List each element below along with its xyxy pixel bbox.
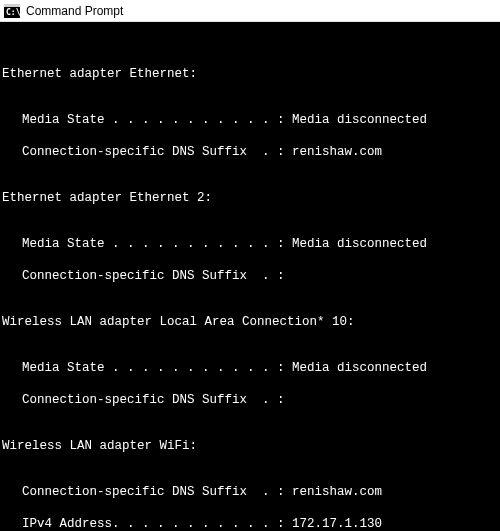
- adapter-header: Wireless LAN adapter Local Area Connecti…: [2, 314, 500, 330]
- output-line: Connection-specific DNS Suffix . : renis…: [2, 484, 500, 500]
- adapter-header: Ethernet adapter Ethernet 2:: [2, 190, 500, 206]
- output-line: Media State . . . . . . . . . . . : Medi…: [2, 112, 500, 128]
- adapter-header: Ethernet adapter Ethernet:: [2, 66, 500, 82]
- svg-text:C:\: C:\: [6, 8, 20, 17]
- terminal-output[interactable]: Ethernet adapter Ethernet: Media State .…: [0, 22, 500, 531]
- output-line: Media State . . . . . . . . . . . : Medi…: [2, 236, 500, 252]
- output-line: Connection-specific DNS Suffix . :: [2, 268, 500, 284]
- output-line: Media State . . . . . . . . . . . : Medi…: [2, 360, 500, 376]
- svg-rect-1: [4, 4, 20, 7]
- window-title: Command Prompt: [26, 4, 123, 18]
- window-titlebar[interactable]: C:\ Command Prompt: [0, 0, 500, 22]
- cmd-icon: C:\: [4, 4, 20, 18]
- output-line: IPv4 Address. . . . . . . . . . . : 172.…: [2, 516, 500, 531]
- output-line: Connection-specific DNS Suffix . : renis…: [2, 144, 500, 160]
- output-line: Connection-specific DNS Suffix . :: [2, 392, 500, 408]
- adapter-header: Wireless LAN adapter WiFi:: [2, 438, 500, 454]
